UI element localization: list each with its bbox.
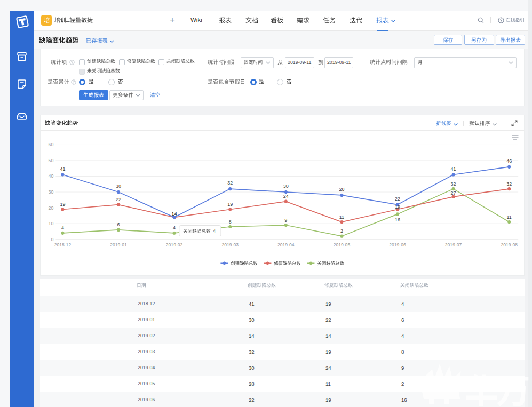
- svg-text:16: 16: [395, 217, 400, 222]
- svg-text:11: 11: [339, 214, 344, 220]
- svg-text:14: 14: [171, 211, 177, 217]
- svg-text:4: 4: [212, 228, 215, 234]
- svg-text:41: 41: [450, 166, 456, 172]
- svg-text:46: 46: [506, 158, 512, 164]
- svg-text:27: 27: [450, 190, 456, 196]
- svg-text:11: 11: [506, 214, 511, 220]
- svg-text:2: 2: [340, 228, 343, 234]
- svg-text:19: 19: [60, 202, 65, 207]
- svg-text:32: 32: [450, 181, 456, 187]
- svg-text:4: 4: [173, 225, 176, 230]
- svg-text:30: 30: [48, 189, 53, 195]
- svg-text:32: 32: [227, 180, 233, 186]
- svg-text:40: 40: [48, 173, 53, 179]
- svg-text:2019-01: 2019-01: [110, 242, 127, 248]
- svg-text:22: 22: [116, 197, 121, 202]
- svg-text:6: 6: [117, 222, 120, 227]
- svg-text:41: 41: [60, 166, 65, 172]
- svg-text:2018-12: 2018-12: [54, 242, 71, 248]
- svg-text:10: 10: [48, 221, 53, 226]
- svg-text:30: 30: [283, 183, 288, 189]
- svg-text:30: 30: [116, 183, 121, 189]
- svg-text:2019-08: 2019-08: [501, 242, 518, 248]
- svg-text:2019-02: 2019-02: [165, 242, 182, 248]
- svg-text:0: 0: [51, 237, 53, 242]
- svg-text:28: 28: [339, 187, 344, 192]
- svg-text:4: 4: [61, 225, 63, 230]
- svg-text:2019-07: 2019-07: [444, 242, 462, 248]
- svg-text:2019-05: 2019-05: [333, 242, 350, 248]
- svg-text:2019-06: 2019-06: [389, 242, 406, 248]
- svg-text:19: 19: [227, 202, 233, 207]
- svg-text:19: 19: [395, 204, 400, 210]
- svg-text:2019-03: 2019-03: [221, 242, 239, 248]
- svg-text:32: 32: [506, 181, 512, 187]
- svg-text:50: 50: [48, 158, 53, 163]
- svg-text:22: 22: [395, 196, 400, 202]
- svg-text:2019-04: 2019-04: [277, 242, 295, 248]
- svg-text:20: 20: [48, 205, 53, 211]
- svg-text:24: 24: [283, 194, 288, 199]
- svg-text:9: 9: [284, 218, 287, 223]
- svg-text:60: 60: [48, 142, 53, 147]
- svg-text:8: 8: [228, 219, 231, 225]
